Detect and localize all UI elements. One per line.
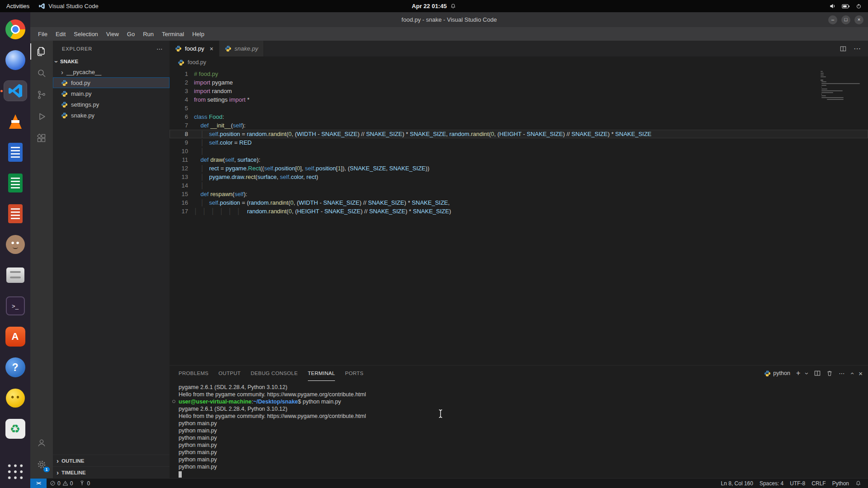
- dock-vlc-icon[interactable]: [4, 112, 27, 131]
- code-line-4[interactable]: 4from settings import *: [170, 95, 868, 104]
- panel-tab-problems[interactable]: PROBLEMS: [179, 366, 208, 381]
- terminal-prompt-icon: >_: [6, 296, 25, 315]
- project-section-header[interactable]: › SNAKE: [53, 56, 170, 66]
- terminal[interactable]: pygame 2.6.1 (SDL 2.28.4, Python 3.10.12…: [170, 381, 868, 478]
- tree-item-pycache[interactable]: › __pycache__: [53, 66, 170, 77]
- tab-food-py[interactable]: food.py ×: [170, 41, 219, 56]
- eol-status[interactable]: CRLF: [808, 479, 829, 488]
- indentation-status[interactable]: Spaces: 4: [756, 479, 787, 488]
- close-panel-icon[interactable]: ×: [859, 370, 863, 377]
- code-line-7[interactable]: 7 def __init__(self):: [170, 121, 868, 130]
- problems-status[interactable]: 0 0: [47, 479, 76, 488]
- code-line-11[interactable]: 11 def draw(self, surface):: [170, 155, 868, 164]
- dock-help-icon[interactable]: ?: [4, 357, 27, 377]
- code-line-16[interactable]: 16 │ self.position = (random.randint(0, …: [170, 198, 868, 207]
- menu-file[interactable]: File: [34, 29, 52, 39]
- settings-gear-button[interactable]: 1: [30, 454, 53, 475]
- code-line-15[interactable]: 15 def respawn(self):: [170, 190, 868, 198]
- timeline-section[interactable]: › TIMELINE: [53, 466, 170, 478]
- system-tray[interactable]: [829, 3, 868, 9]
- menu-edit[interactable]: Edit: [52, 29, 70, 39]
- code-editor[interactable]: 1# food.py2import pygame3import random4f…: [170, 68, 868, 365]
- account-button[interactable]: [30, 432, 53, 454]
- split-terminal-icon[interactable]: [814, 370, 821, 376]
- vlc-cone-icon: [9, 114, 22, 129]
- clock[interactable]: Apr 22 01:45: [412, 3, 447, 9]
- remote-icon: ><: [36, 481, 41, 486]
- activities-button[interactable]: Activities: [6, 3, 29, 9]
- activity-run-debug-button[interactable]: [30, 106, 53, 127]
- code-line-3[interactable]: 3import random: [170, 87, 868, 95]
- menu-help[interactable]: Help: [188, 29, 208, 39]
- window-titlebar[interactable]: food.py - snake - Visual Studio Code – □…: [30, 12, 868, 27]
- dock-libreoffice-writer-icon[interactable]: [4, 142, 27, 162]
- dock-gimp-icon[interactable]: [4, 235, 27, 254]
- panel-tab-terminal[interactable]: TERMINAL: [308, 366, 335, 381]
- code-line-1[interactable]: 1# food.py: [170, 70, 868, 78]
- activity-extensions-button[interactable]: [30, 127, 53, 149]
- panel-tab-debug-console[interactable]: DEBUG CONSOLE: [250, 366, 297, 381]
- sidebar-more-actions-icon[interactable]: ⋯: [156, 45, 163, 52]
- dock-chrome-icon[interactable]: [4, 19, 27, 39]
- dock-libreoffice-impress-icon[interactable]: [4, 204, 27, 224]
- encoding-status[interactable]: UTF-8: [787, 479, 808, 488]
- indent-label: Spaces: 4: [760, 480, 783, 487]
- cursor-position-status[interactable]: Ln 8, Col 160: [718, 479, 756, 488]
- tab-snake-py[interactable]: snake.py: [219, 41, 264, 56]
- dock-file-manager-icon[interactable]: [4, 265, 27, 285]
- dock-yellow-app-icon[interactable]: [4, 388, 27, 408]
- breadcrumb[interactable]: food.py: [170, 56, 868, 68]
- ports-status[interactable]: 0: [76, 479, 93, 488]
- dock-app-center-icon[interactable]: A: [4, 327, 27, 347]
- code-line-8[interactable]: 8 │ self.position = random.randint(0, (W…: [170, 130, 868, 138]
- minimap[interactable]: [818, 70, 865, 102]
- activity-source-control-button[interactable]: [30, 84, 53, 106]
- activity-search-button[interactable]: [30, 62, 53, 84]
- code-line-13[interactable]: 13 │ pygame.draw.rect(surface, self.colo…: [170, 173, 868, 181]
- panel-tab-output[interactable]: OUTPUT: [218, 366, 241, 381]
- code-line-6[interactable]: 6class Food:: [170, 113, 868, 121]
- dock-chromium-icon[interactable]: [4, 50, 27, 70]
- menu-terminal[interactable]: Terminal: [158, 29, 188, 39]
- focused-app-indicator[interactable]: Visual Studio Code: [38, 3, 98, 9]
- code-line-14[interactable]: 14 │: [170, 181, 868, 190]
- panel-tab-ports[interactable]: PORTS: [345, 366, 363, 381]
- outline-section[interactable]: › OUTLINE: [53, 455, 170, 466]
- panel-more-actions-icon[interactable]: ⋯: [839, 370, 844, 377]
- dock-libreoffice-calc-icon[interactable]: [4, 173, 27, 193]
- minimize-button[interactable]: –: [828, 15, 837, 24]
- menu-view[interactable]: View: [102, 29, 123, 39]
- maximize-button[interactable]: □: [841, 15, 850, 24]
- menu-go[interactable]: Go: [123, 29, 139, 39]
- code-line-12[interactable]: 12 │ rect = pygame.Rect((self.position[0…: [170, 164, 868, 173]
- tree-item-settings-py[interactable]: settings.py: [53, 99, 170, 110]
- show-applications-button[interactable]: [4, 462, 27, 482]
- code-line-5[interactable]: 5: [170, 104, 868, 113]
- code-line-9[interactable]: 9 │ self.color = RED: [170, 138, 868, 147]
- new-terminal-icon[interactable]: +: [796, 369, 800, 377]
- dock-vscode-icon[interactable]: [4, 81, 27, 101]
- dock-terminal-icon[interactable]: >_: [4, 296, 27, 316]
- tree-item-snake-py[interactable]: snake.py: [53, 110, 170, 121]
- menu-selection[interactable]: Selection: [70, 29, 102, 39]
- maximize-panel-icon[interactable]: ›: [848, 372, 855, 375]
- notifications-button[interactable]: [852, 479, 864, 488]
- kill-terminal-trash-icon[interactable]: [826, 370, 833, 376]
- split-editor-icon[interactable]: [840, 46, 846, 52]
- command-decoration-icon[interactable]: [172, 400, 175, 403]
- activity-explorer-button[interactable]: [30, 41, 53, 62]
- terminal-dropdown-icon[interactable]: ›: [804, 372, 811, 375]
- tab-close-icon[interactable]: ×: [210, 45, 213, 52]
- code-line-10[interactable]: 10 │: [170, 147, 868, 155]
- close-button[interactable]: ×: [854, 15, 863, 24]
- code-line-2[interactable]: 2import pygame: [170, 78, 868, 87]
- dock-recycle-icon[interactable]: ♻: [4, 419, 27, 439]
- tree-item-food-py[interactable]: food.py: [53, 77, 170, 88]
- menu-run[interactable]: Run: [139, 29, 158, 39]
- terminal-profile-selector[interactable]: python: [764, 370, 790, 377]
- editor-more-actions-icon[interactable]: ⋯: [854, 44, 861, 53]
- remote-indicator[interactable]: ><: [30, 479, 47, 488]
- language-mode-status[interactable]: Python: [829, 479, 852, 488]
- tree-item-main-py[interactable]: main.py: [53, 88, 170, 99]
- code-line-17[interactable]: 17│ │ │ │ │ │ random.randint(0, (HEIGHT …: [170, 207, 868, 216]
